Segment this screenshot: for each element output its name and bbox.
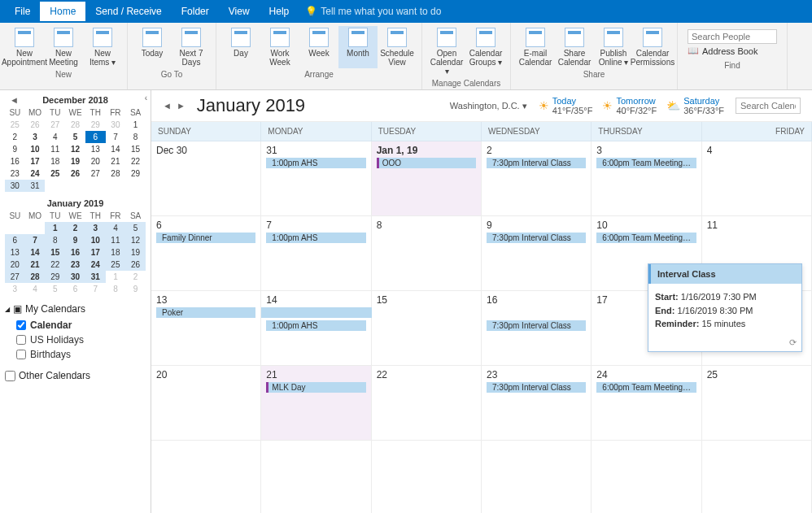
event[interactable]: 7:30pm Interval Class bbox=[487, 320, 586, 331]
mini-cal-day[interactable]: 6 bbox=[85, 131, 106, 143]
mini-cal-day[interactable]: 22 bbox=[125, 155, 146, 167]
mini-cal-day[interactable]: 7 bbox=[85, 283, 106, 295]
ribbon-tab-home[interactable]: Home bbox=[40, 2, 85, 21]
event[interactable]: 6:00pm Team Meeting; Zoom bbox=[596, 158, 696, 168]
mini-cal-day[interactable]: 29 bbox=[125, 167, 146, 180]
ribbon-tab-sendreceive[interactable]: Send / Receive bbox=[85, 2, 171, 21]
mini-cal-day[interactable]: 15 bbox=[45, 246, 65, 259]
calendar-checkbox[interactable] bbox=[16, 320, 26, 330]
mini-cal-day[interactable]: 24 bbox=[25, 167, 46, 180]
mini-cal-day[interactable]: 26 bbox=[65, 167, 85, 180]
mini-cal-day[interactable]: 18 bbox=[106, 246, 126, 259]
day-cell[interactable] bbox=[592, 441, 701, 513]
mini-cal-day[interactable]: 29 bbox=[85, 119, 106, 131]
ribbon-btn-week[interactable]: Week bbox=[299, 26, 338, 68]
event[interactable]: 7:30pm Interval Class bbox=[487, 233, 586, 243]
mini-cal-day[interactable]: 1 bbox=[45, 222, 65, 234]
mini-cal-day[interactable]: 11 bbox=[45, 143, 65, 155]
day-cell[interactable]: 21MLK Day bbox=[261, 366, 371, 440]
mini-cal-day[interactable]: 24 bbox=[85, 259, 106, 271]
calendar-checkbox[interactable] bbox=[16, 350, 26, 359]
ribbon-tab-view[interactable]: View bbox=[219, 2, 260, 21]
mini-cal-day[interactable]: 9 bbox=[5, 143, 25, 155]
day-cell[interactable] bbox=[261, 441, 371, 513]
mini-cal-day[interactable] bbox=[5, 222, 25, 234]
mini-cal-day[interactable]: 14 bbox=[106, 143, 126, 155]
mini-cal-day[interactable]: 25 bbox=[45, 167, 65, 180]
mini-cal-day[interactable]: 27 bbox=[5, 271, 25, 283]
day-cell[interactable]: 13Poker bbox=[151, 291, 261, 365]
event[interactable]: OOO bbox=[377, 158, 476, 168]
day-cell[interactable]: 20 bbox=[151, 366, 261, 440]
mini-cal-day[interactable]: 30 bbox=[106, 119, 126, 131]
calendar-item-birthdays[interactable]: Birthdays bbox=[16, 347, 146, 362]
location-picker[interactable]: Washington, D.C. ▾ bbox=[450, 101, 527, 111]
mini-cal-day[interactable]: 16 bbox=[5, 155, 25, 167]
mini-cal-day[interactable]: 25 bbox=[5, 119, 25, 131]
mini-cal-day[interactable]: 28 bbox=[25, 271, 46, 283]
event[interactable]: 6:00pm Team Meeting; Zoom bbox=[596, 233, 696, 243]
search-people-input[interactable] bbox=[688, 29, 777, 44]
mini-cal-day[interactable]: 2 bbox=[125, 271, 146, 283]
day-cell[interactable]: 22 bbox=[372, 366, 482, 440]
ribbon-btn-calendarpermissions[interactable]: CalendarPermissions bbox=[633, 26, 672, 68]
mini-cal-day[interactable]: 2 bbox=[5, 131, 25, 143]
event[interactable]: 6:00pm Team Meeting; Zoom bbox=[596, 382, 696, 393]
day-cell[interactable]: 15 bbox=[372, 291, 482, 365]
event[interactable]: 7:30pm Interval Class bbox=[487, 158, 586, 168]
mini-cal-day[interactable]: 17 bbox=[85, 246, 106, 259]
mini-cal-day[interactable]: 27 bbox=[45, 119, 65, 131]
ribbon-btn-newitems[interactable]: NewItems ▾ bbox=[83, 26, 122, 68]
day-cell[interactable]: 246:00pm Team Meeting; Zoom bbox=[592, 366, 701, 440]
mini-cal-day[interactable]: 31 bbox=[25, 180, 46, 192]
mini-cal-day[interactable]: 15 bbox=[125, 143, 146, 155]
mini-cal-day[interactable]: 26 bbox=[125, 259, 146, 271]
day-cell[interactable]: 25 bbox=[702, 366, 812, 440]
ribbon-tab-help[interactable]: Help bbox=[260, 2, 299, 21]
ribbon-btn-workweek[interactable]: WorkWeek bbox=[260, 26, 299, 68]
mini-cal-day[interactable]: 16 bbox=[65, 246, 85, 259]
mini-cal-day[interactable]: 14 bbox=[25, 246, 46, 259]
mini-cal-day[interactable]: 4 bbox=[25, 283, 46, 295]
mini-cal-day[interactable]: 3 bbox=[25, 131, 46, 143]
mini-cal-day[interactable]: 8 bbox=[106, 283, 126, 295]
mini-cal-day[interactable]: 20 bbox=[85, 155, 106, 167]
prev-month-button[interactable]: ◄ bbox=[163, 101, 172, 111]
day-cell[interactable] bbox=[151, 441, 261, 513]
mini-cal-day[interactable]: 3 bbox=[5, 283, 25, 295]
next-month-button[interactable]: ► bbox=[177, 101, 186, 111]
event[interactable]: MLK Day bbox=[266, 382, 365, 393]
event[interactable]: 1:00pm AHS bbox=[266, 158, 365, 168]
mini-cal-day[interactable]: 21 bbox=[106, 155, 126, 167]
day-cell[interactable] bbox=[702, 441, 812, 513]
mini-cal-day[interactable]: 13 bbox=[5, 246, 25, 259]
mini-cal-day[interactable]: 9 bbox=[65, 234, 85, 246]
mini-cal-day[interactable]: 12 bbox=[65, 143, 85, 155]
other-calendars-checkbox[interactable] bbox=[5, 371, 15, 381]
mini-cal-day[interactable]: 7 bbox=[106, 131, 126, 143]
mini-cal-day[interactable]: 19 bbox=[65, 155, 85, 167]
search-calendar-input[interactable] bbox=[736, 98, 801, 114]
mini-cal-day[interactable]: 8 bbox=[125, 131, 146, 143]
mini-cal-day[interactable]: 3 bbox=[85, 222, 106, 234]
mini-cal-day[interactable]: 26 bbox=[25, 119, 46, 131]
ribbon-btn-month[interactable]: Month bbox=[338, 26, 378, 68]
mini-cal-day[interactable]: 25 bbox=[106, 259, 126, 271]
mini-cal-day[interactable]: 6 bbox=[65, 283, 85, 295]
mini-cal-day[interactable]: 6 bbox=[5, 234, 25, 246]
mini-cal-day[interactable]: 8 bbox=[45, 234, 65, 246]
day-cell[interactable]: 97:30pm Interval Class bbox=[482, 216, 592, 290]
mini-cal-day[interactable]: 13 bbox=[85, 143, 106, 155]
day-cell[interactable]: 311:00pm AHS bbox=[261, 141, 371, 215]
mini-cal-day[interactable]: 19 bbox=[125, 246, 146, 259]
mini-cal-day[interactable]: 4 bbox=[45, 131, 65, 143]
ribbon-btn-calendargroups[interactable]: CalendarGroups ▾ bbox=[466, 26, 505, 77]
ribbon-btn-nextdays[interactable]: Next 7Days bbox=[172, 26, 211, 68]
ribbon-tab-file[interactable]: File bbox=[5, 2, 40, 21]
ribbon-tab-folder[interactable]: Folder bbox=[172, 2, 219, 21]
mini-cal-day[interactable]: 30 bbox=[5, 180, 25, 192]
day-cell[interactable]: 6Family Dinner bbox=[151, 216, 261, 290]
sync-icon[interactable]: ⟳ bbox=[648, 337, 801, 351]
event[interactable]: 1:00pm AHS bbox=[266, 233, 365, 243]
event[interactable]: Family Dinner bbox=[156, 233, 255, 243]
